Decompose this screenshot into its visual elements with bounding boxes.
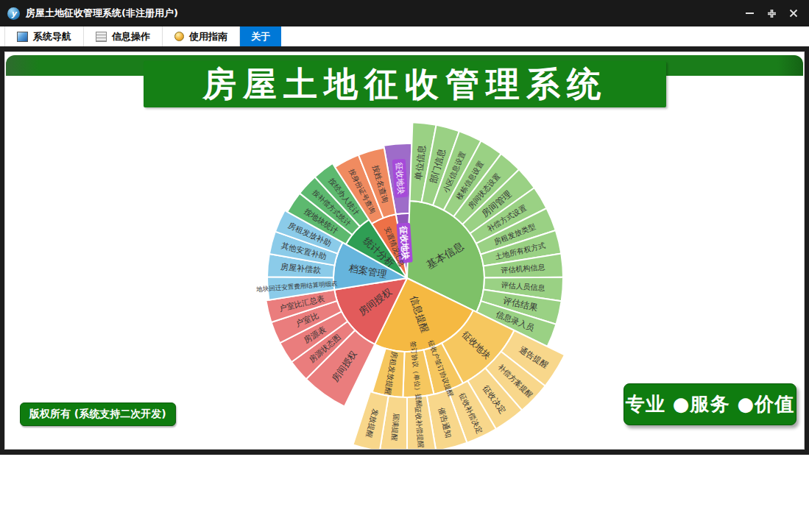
copyright-badge: 版权所有 (系统支持二次开发) xyxy=(20,402,176,426)
restore-button[interactable] xyxy=(763,5,780,21)
tab-bar: 系统导航 信息操作 使用指南 关于 xyxy=(0,26,809,46)
minimize-icon xyxy=(746,13,754,14)
clock-icon xyxy=(174,32,184,41)
slogan-badge: 专业 ●服务 ●价值 xyxy=(623,383,796,425)
app-window: y 房屋土地征收管理系统(非注册用户) xyxy=(0,0,809,455)
minimize-button[interactable] xyxy=(741,5,757,21)
window-title: 房屋土地征收管理系统(非注册用户) xyxy=(26,7,178,20)
tab-label: 系统导航 xyxy=(33,30,71,43)
tab-label: 使用指南 xyxy=(189,30,227,43)
content-frame: 房屋土地征收管理系统 征收地块征收地块基本信息单位信息部门信息小区信息设置楼栋信… xyxy=(0,46,809,455)
window-controls xyxy=(741,5,802,21)
close-button[interactable] xyxy=(785,5,802,21)
tab-about[interactable]: 关于 xyxy=(240,26,281,46)
tab-label: 关于 xyxy=(251,30,270,43)
content-panel: 房屋土地征收管理系统 征收地块征收地块基本信息单位信息部门信息小区信息设置楼栋信… xyxy=(5,52,804,449)
monitor-icon xyxy=(17,32,28,42)
app-logo-icon: y xyxy=(7,7,20,20)
tab-user-guide[interactable]: 使用指南 xyxy=(163,26,240,46)
restore-icon xyxy=(767,9,777,18)
tab-label: 信息操作 xyxy=(112,30,150,43)
title-bar: y 房屋土地征收管理系统(非注册用户) xyxy=(0,0,809,26)
grid-icon xyxy=(96,32,107,42)
tab-system-navigation[interactable]: 系统导航 xyxy=(4,26,84,46)
desktop-page: y 房屋土地征收管理系统(非注册用户) xyxy=(0,0,809,532)
tab-information-operations[interactable]: 信息操作 xyxy=(84,26,163,46)
close-icon xyxy=(789,9,798,18)
chart-segment-label: 征收地块 xyxy=(392,159,409,198)
